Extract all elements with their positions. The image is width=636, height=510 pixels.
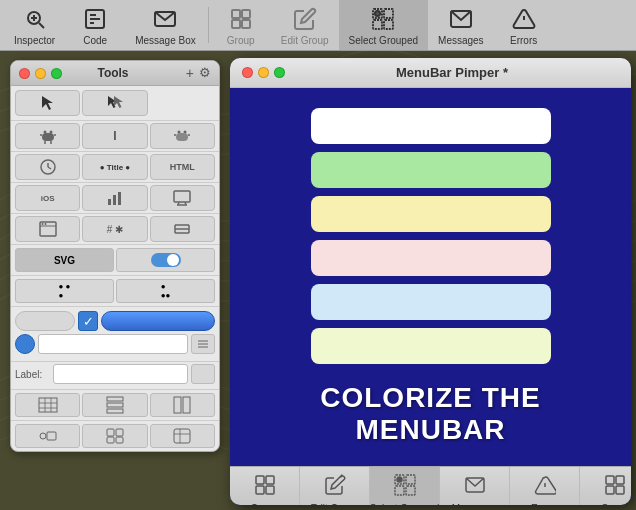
select-grouped-icon	[369, 5, 397, 33]
messages-label: Messages	[438, 35, 484, 46]
tools-title: Tools	[62, 66, 164, 80]
svg-rect-64	[183, 397, 190, 413]
bottom-toolbar: Group Edit Group Select G	[230, 466, 631, 505]
svg-rect-79	[406, 475, 415, 484]
stepper-control[interactable]	[191, 334, 215, 354]
tools-svg-row: SVG	[11, 244, 219, 275]
svg-point-17	[375, 11, 380, 16]
dot-tool-2[interactable]: ●●●	[116, 279, 215, 303]
bottom-samp[interactable]: Samp	[580, 467, 631, 505]
extra-grid-1	[11, 389, 219, 420]
code-icon	[81, 5, 109, 33]
svg-rect-23	[42, 133, 54, 141]
svg-rect-11	[232, 20, 240, 28]
tools-add-btn[interactable]: +	[186, 65, 194, 81]
svg-rect-60	[107, 397, 123, 401]
blue-pill-control[interactable]	[101, 311, 215, 331]
svg-rect-67	[107, 429, 114, 436]
svg-rect-76	[256, 486, 264, 494]
list-tool[interactable]	[150, 216, 215, 242]
toggle-tool[interactable]	[116, 248, 215, 272]
toolbar-select-grouped[interactable]: Select Grouped	[339, 0, 429, 50]
svg-rect-37	[113, 195, 116, 205]
svg-rect-70	[116, 437, 123, 443]
toolbar-inspector[interactable]: Inspector	[4, 0, 65, 50]
color-bar-light-yellow	[311, 328, 551, 364]
bottom-select-grouped-icon	[394, 474, 416, 501]
table-btn-1[interactable]	[15, 393, 80, 417]
checkbox-control[interactable]: ✓	[78, 311, 98, 331]
svg-rect-39	[174, 191, 190, 202]
html-tool[interactable]: HTML	[150, 154, 215, 180]
svg-rect-12	[242, 20, 250, 28]
hash-tool[interactable]: # ✱	[82, 216, 147, 242]
app-titlebar: MenuBar Pimper *	[230, 58, 631, 88]
app-maximize-button[interactable]	[274, 67, 285, 78]
bottom-select-grouped[interactable]: Select Grouped	[370, 467, 440, 505]
toolbar-messages[interactable]: Messages	[428, 0, 494, 50]
group-icon	[227, 5, 255, 33]
window-buttons	[19, 68, 62, 79]
toolbar-message-box[interactable]: Message Box	[125, 0, 206, 50]
top-toolbar: Inspector Code Message Box	[0, 0, 636, 51]
radio-control[interactable]	[15, 334, 35, 354]
bottom-group-icon	[254, 474, 276, 501]
nav-btn-1[interactable]	[15, 424, 80, 448]
svg-point-65	[40, 433, 46, 439]
bottom-errors-icon	[534, 474, 556, 501]
edit-group-label: Edit Group	[281, 35, 329, 46]
tools-settings-btn[interactable]: ⚙	[199, 65, 211, 81]
table-btn-3[interactable]	[150, 393, 215, 417]
android-icon-tool[interactable]	[15, 123, 80, 149]
toolbar-edit-group[interactable]: Edit Group	[271, 0, 339, 50]
svg-rect-69	[107, 437, 114, 443]
clock-tool[interactable]	[15, 154, 80, 180]
minimize-button[interactable]	[35, 68, 46, 79]
messages-icon	[447, 5, 475, 33]
svg-tool[interactable]: SVG	[15, 248, 114, 272]
pill-control[interactable]	[15, 311, 75, 331]
ios-icon-tool[interactable]	[150, 123, 215, 149]
group-label: Group	[227, 35, 255, 46]
web-view-tool[interactable]	[15, 216, 80, 242]
multi-select-tool[interactable]	[82, 90, 147, 116]
svg-rect-71	[174, 429, 190, 443]
text-tool[interactable]: I	[82, 123, 147, 149]
bottom-edit-group[interactable]: Edit Group	[300, 467, 370, 505]
code-label: Code	[83, 35, 107, 46]
ios-label-tool[interactable]: iOS	[15, 185, 80, 211]
close-button[interactable]	[19, 68, 30, 79]
svg-rect-63	[174, 397, 181, 413]
select-tool[interactable]	[15, 90, 80, 116]
toolbar-code[interactable]: Code	[65, 0, 125, 50]
bottom-messages[interactable]: Messages	[440, 467, 510, 505]
app-close-button[interactable]	[242, 67, 253, 78]
text-input-control[interactable]	[38, 334, 188, 354]
nav-btn-3[interactable]	[150, 424, 215, 448]
toolbar-errors[interactable]: Errors	[494, 0, 554, 50]
dot-tool-1[interactable]: ● ●●	[15, 279, 114, 303]
toolbar-group[interactable]: Group	[211, 0, 271, 50]
svg-rect-80	[395, 486, 404, 495]
bottom-errors[interactable]: Errors	[510, 467, 580, 505]
table-btn-2[interactable]	[82, 393, 147, 417]
color-bar-blue	[311, 284, 551, 320]
app-minimize-button[interactable]	[258, 67, 269, 78]
svg-rect-62	[107, 409, 123, 413]
monitor-tool[interactable]	[150, 185, 215, 211]
svg-point-82	[397, 477, 402, 482]
svg-rect-15	[373, 20, 382, 29]
label-input[interactable]	[53, 364, 188, 384]
svg-rect-68	[116, 429, 123, 436]
bottom-group[interactable]: Group	[230, 467, 300, 505]
svg-rect-75	[266, 476, 274, 484]
nav-btn-2[interactable]	[82, 424, 147, 448]
label-stepper[interactable]	[191, 364, 215, 384]
title-tool[interactable]: ● Title ●	[82, 154, 147, 180]
bottom-messages-icon	[464, 474, 486, 501]
svg-rect-9	[232, 10, 240, 18]
maximize-button[interactable]	[51, 68, 62, 79]
chart-tool[interactable]	[82, 185, 147, 211]
select-grouped-label: Select Grouped	[349, 35, 419, 46]
svg-rect-61	[107, 403, 123, 407]
